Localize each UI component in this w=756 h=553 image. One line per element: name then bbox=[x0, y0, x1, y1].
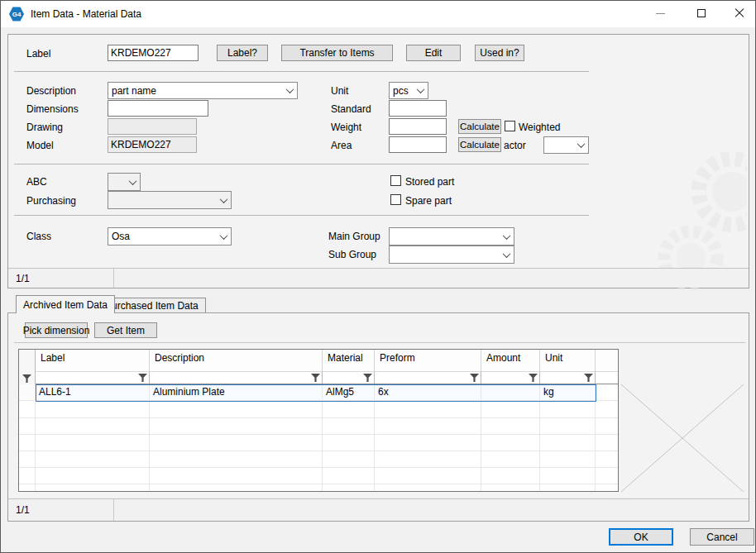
area-label: Area bbox=[331, 140, 352, 151]
filter-icon[interactable] bbox=[470, 374, 479, 382]
factor-combobox[interactable] bbox=[543, 136, 589, 154]
maximize-icon bbox=[697, 9, 706, 17]
calculate-weight-button[interactable]: Calculate bbox=[458, 119, 501, 134]
empty-grid-row bbox=[19, 402, 618, 418]
filter-row-description[interactable] bbox=[150, 371, 323, 384]
used-in-button[interactable]: Used in? bbox=[475, 45, 524, 61]
edit-button[interactable]: Edit bbox=[406, 45, 461, 61]
minimize-icon bbox=[656, 13, 665, 14]
cell-material[interactable]: AlMg5 bbox=[323, 384, 375, 401]
get-item-button[interactable]: Get Item bbox=[94, 322, 157, 338]
app-icon-text: G4 bbox=[12, 11, 22, 18]
filter-row-unit[interactable] bbox=[540, 371, 596, 384]
weighted-label: Weighted bbox=[519, 122, 560, 133]
separator bbox=[14, 71, 589, 72]
standard-input[interactable] bbox=[389, 100, 447, 117]
stored-part-label: Stored part bbox=[405, 176, 454, 188]
drawing-label: Drawing bbox=[26, 122, 63, 133]
weighted-checkbox[interactable] bbox=[505, 121, 515, 131]
filter-icon[interactable] bbox=[22, 374, 31, 383]
factor-value bbox=[544, 137, 574, 153]
material-grid: Label Description Material Preform Amoun… bbox=[18, 349, 619, 492]
abc-value bbox=[108, 174, 126, 190]
column-header-description[interactable]: Description bbox=[150, 350, 323, 371]
area-input[interactable] bbox=[389, 136, 447, 153]
item-pager: 1/1 bbox=[16, 273, 30, 284]
filter-icon[interactable] bbox=[138, 374, 147, 382]
dimensions-label: Dimensions bbox=[26, 103, 79, 115]
unit-value: pcs bbox=[390, 83, 414, 98]
column-header-preform[interactable]: Preform bbox=[375, 350, 481, 371]
unit-combobox[interactable]: pcs bbox=[389, 82, 428, 99]
grid-pager-bar: 1/1 bbox=[8, 498, 749, 521]
filter-icon[interactable] bbox=[529, 374, 538, 382]
window-title: Item Data - Material Data bbox=[31, 8, 141, 20]
filter-row-label[interactable] bbox=[36, 371, 150, 384]
column-header-material[interactable]: Material bbox=[323, 350, 375, 371]
chevron-down-icon bbox=[217, 228, 231, 245]
separator bbox=[113, 269, 114, 288]
weight-input[interactable] bbox=[389, 118, 447, 135]
chevron-down-icon bbox=[217, 192, 231, 208]
item-pager-bar: 1/1 bbox=[8, 268, 749, 288]
class-combobox[interactable]: Osa bbox=[108, 227, 232, 246]
empty-grid-row bbox=[19, 435, 618, 451]
table-row[interactable]: ALL6-1 Aluminium Plate AlMg5 6x kg bbox=[19, 384, 618, 401]
filter-row-material[interactable] bbox=[323, 371, 375, 384]
class-value: Osa bbox=[108, 228, 217, 245]
cell-unit[interactable]: kg bbox=[540, 384, 596, 401]
separator bbox=[14, 215, 589, 216]
grid-pager: 1/1 bbox=[16, 504, 30, 516]
model-input bbox=[108, 136, 197, 153]
cell-amount[interactable] bbox=[481, 384, 540, 401]
transfer-to-items-button[interactable]: Transfer to Items bbox=[281, 45, 393, 61]
close-icon bbox=[734, 8, 744, 18]
factor-label: actor bbox=[504, 140, 526, 151]
filter-row-amount[interactable] bbox=[481, 371, 540, 384]
unit-label: Unit bbox=[331, 85, 348, 97]
pick-dimension-button[interactable]: Pick dimension bbox=[25, 322, 88, 338]
image-placeholder-cross bbox=[620, 384, 744, 493]
column-header-unit[interactable]: Unit bbox=[540, 350, 596, 371]
cell-preform[interactable]: 6x bbox=[375, 384, 481, 401]
label-field-label: Label bbox=[26, 48, 50, 60]
ok-button[interactable]: OK bbox=[609, 528, 673, 546]
main-group-value bbox=[390, 228, 500, 245]
description-combobox[interactable]: part name bbox=[108, 82, 298, 99]
maximize-button[interactable] bbox=[687, 1, 715, 26]
dimensions-input[interactable] bbox=[108, 100, 208, 117]
purchasing-combobox[interactable] bbox=[108, 191, 232, 209]
tab-strip: Archived Item Data Purchased Item Data bbox=[7, 295, 749, 313]
column-header-amount[interactable]: Amount bbox=[481, 350, 540, 371]
spare-part-checkbox[interactable] bbox=[390, 194, 401, 205]
grid-empty-area[interactable] bbox=[19, 402, 618, 491]
stored-part-checkbox[interactable] bbox=[390, 175, 401, 186]
filter-icon[interactable] bbox=[363, 374, 372, 382]
filter-icon[interactable] bbox=[311, 374, 320, 382]
column-description: Description bbox=[150, 350, 323, 384]
abc-combobox[interactable] bbox=[108, 173, 141, 191]
chevron-down-icon bbox=[500, 246, 514, 263]
row-selector-header[interactable] bbox=[19, 350, 36, 384]
calculate-area-button[interactable]: Calculate bbox=[458, 137, 501, 152]
chevron-down-icon bbox=[126, 174, 140, 190]
separator bbox=[113, 499, 114, 521]
column-header-label[interactable]: Label bbox=[36, 350, 150, 371]
cell-label[interactable]: ALL6-1 bbox=[36, 384, 150, 401]
filter-icon[interactable] bbox=[584, 374, 593, 382]
filter-row-preform[interactable] bbox=[375, 371, 481, 384]
close-button[interactable] bbox=[725, 1, 754, 26]
cancel-button[interactable]: Cancel bbox=[690, 528, 754, 546]
row-selector-cell[interactable] bbox=[19, 384, 36, 401]
minimize-button[interactable] bbox=[646, 1, 674, 26]
separator bbox=[14, 342, 745, 343]
cell-description[interactable]: Aluminium Plate bbox=[150, 384, 323, 401]
sub-group-combobox[interactable] bbox=[389, 246, 514, 264]
main-group-combobox[interactable] bbox=[389, 227, 514, 246]
sub-group-value bbox=[390, 246, 500, 263]
column-material: Material bbox=[323, 350, 375, 384]
label-question-button[interactable]: Label? bbox=[217, 45, 268, 61]
label-input[interactable] bbox=[108, 45, 199, 61]
purchasing-value bbox=[108, 192, 217, 208]
tab-archived-item-data[interactable]: Archived Item Data bbox=[16, 295, 115, 313]
